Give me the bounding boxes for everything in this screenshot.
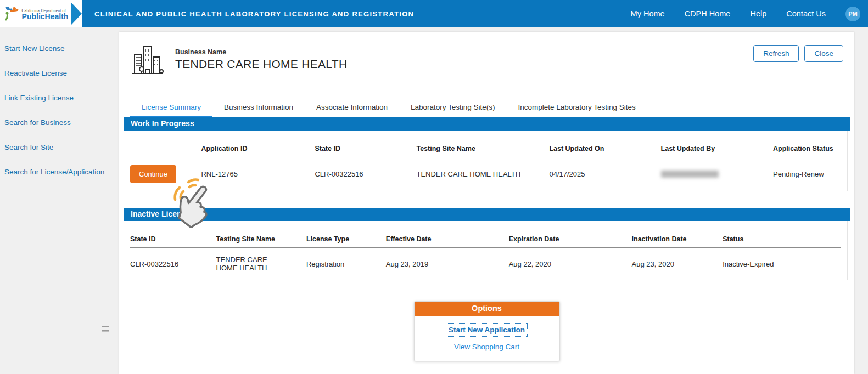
content-card: Business Name TENDER CARE HOME HEALTH Re… [119,32,854,374]
nav-help[interactable]: Help [750,9,766,18]
cell-application-status: Pending-Renew [773,157,841,191]
sidebar-item-search-for-license-application[interactable]: Search for License/Application [4,167,110,177]
tab-associate-information[interactable]: Associate Information [305,98,399,117]
cdph-logo-text: California Department of PublicHealth [22,8,69,20]
cell-expiration-date: Aug 22, 2020 [509,248,632,280]
app-title: CLINICAL AND PUBLIC HEALTH LABORATORY LI… [94,10,414,18]
tab-bar: License Summary Business Information Ass… [124,86,850,117]
column-inactivation-date: Inactivation Date [632,223,723,248]
column-last-updated-by: Last Updated By [661,133,773,157]
business-name-block: Business Name TENDER CARE HOME HEALTH [175,44,347,71]
column-application-id: Application ID [201,133,315,157]
view-shopping-cart-link[interactable]: View Shopping Cart [415,343,559,351]
tab-incomplete-laboratory-testing-sites[interactable]: Incomplete Laboratory Testing Sites [507,98,647,117]
cell-state-id: CLR-00322516 [130,248,216,280]
inactive-licenses-header: Inactive Licenses [124,208,850,221]
sidebar: Start New License Reactivate License Lin… [0,27,110,374]
sidebar-item-reactivate-license[interactable]: Reactivate License [4,69,110,78]
nav-cdph-home[interactable]: CDPH Home [685,9,731,18]
main-content: Business Name TENDER CARE HOME HEALTH Re… [110,27,868,374]
cell-effective-date: Aug 23, 2019 [386,248,509,280]
column-license-type: License Type [306,223,386,248]
cell-application-id: RNL-12765 [201,157,315,191]
column-expiration-date: Expiration Date [509,223,632,248]
column-last-updated-on: Last Updated On [549,133,660,157]
cell-license-type: Registration [306,248,386,280]
cell-status: Inactive-Expired [723,248,841,280]
business-name-value: TENDER CARE HOME HEALTH [175,58,347,71]
logo-chevron-icon [71,0,82,27]
nav-contact-us[interactable]: Contact Us [786,9,826,18]
column-testing-site-name: Testing Site Name [216,223,306,248]
header-nav: My Home CDPH Home Help Contact Us PM [631,7,868,21]
cell-testing-site-name: TENDER CARE HOME HEALTH [416,157,549,191]
column-testing-site-name: Testing Site Name [416,133,549,157]
refresh-button[interactable]: Refresh [753,45,799,62]
column-effective-date: Effective Date [386,223,509,248]
sidebar-resize-handle[interactable] [102,325,109,332]
tab-laboratory-testing-sites[interactable]: Laboratory Testing Site(s) [399,98,507,117]
cdph-brand: PublicHealth [22,13,69,20]
work-in-progress-table: Application ID State ID Testing Site Nam… [124,131,848,191]
table-header-row: Application ID State ID Testing Site Nam… [130,133,841,157]
table-row: Continue RNL-12765 CLR-00322516 TENDER C… [130,157,841,191]
column-status: Status [723,223,841,248]
table-header-row: State ID Testing Site Name License Type … [130,223,841,248]
cdph-logo: California Department of PublicHealth [0,0,71,27]
user-avatar[interactable]: PM [845,7,860,21]
building-icon [130,44,165,77]
tab-license-summary[interactable]: License Summary [130,98,212,117]
nav-my-home[interactable]: My Home [631,9,665,18]
continue-button[interactable]: Continue [130,165,176,183]
sidebar-item-start-new-license[interactable]: Start New License [4,44,110,54]
inactive-licenses-table: State ID Testing Site Name License Type … [124,221,848,280]
start-new-application-link[interactable]: Start New Application [449,326,525,334]
cell-state-id: CLR-00322516 [315,157,416,191]
sidebar-item-link-existing-license[interactable]: Link Existing License [4,93,110,103]
sidebar-item-search-for-business[interactable]: Search for Business [4,118,110,128]
work-in-progress-header: Work In Progress [124,117,850,131]
table-row: CLR-00322516 TENDER CARE HOME HEALTH Reg… [130,248,841,280]
cell-last-updated-by [661,157,773,191]
cell-testing-site-name: TENDER CARE HOME HEALTH [216,248,306,280]
options-panel-title: Options [415,302,559,316]
app-header: California Department of PublicHealth CL… [0,0,868,27]
column-action [130,133,201,157]
column-state-id: State ID [130,223,216,248]
business-header: Business Name TENDER CARE HOME HEALTH Re… [124,32,850,77]
redacted-value [661,171,719,178]
page-actions: Refresh Close [753,44,843,62]
column-application-status: Application Status [773,133,841,157]
sidebar-item-search-for-site[interactable]: Search for Site [4,143,110,152]
cell-last-updated-on: 04/17/2025 [549,157,660,191]
cell-inactivation-date: Aug 23, 2020 [632,248,723,280]
business-name-label: Business Name [175,48,347,56]
options-panel-body: Start New Application View Shopping Cart [415,316,559,361]
close-button[interactable]: Close [804,45,843,62]
tab-business-information[interactable]: Business Information [212,98,305,117]
cdph-logo-figures-icon [3,6,20,21]
column-state-id: State ID [315,133,416,157]
options-panel: Options Start New Application View Shopp… [414,301,560,361]
